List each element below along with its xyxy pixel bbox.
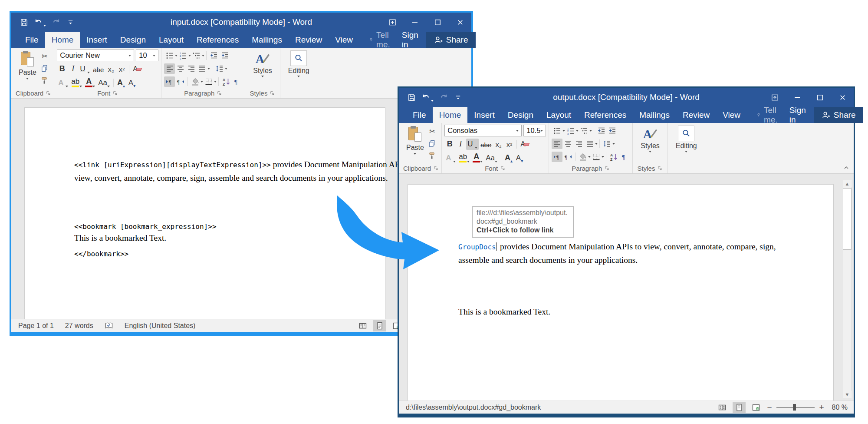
subscript-button[interactable]: X₂: [493, 139, 503, 150]
shrink-font-button[interactable]: A▾: [514, 152, 525, 164]
customize-qat-icon[interactable]: [454, 93, 462, 102]
styles-dialog-launcher-icon[interactable]: [270, 90, 275, 96]
print-layout-button[interactable]: [733, 402, 746, 413]
tab-home[interactable]: Home: [45, 32, 80, 48]
numbering-button[interactable]: 123: [565, 126, 576, 136]
editing-button[interactable]: Editing: [671, 125, 702, 164]
font-dialog-launcher-icon[interactable]: [112, 90, 118, 96]
text-effects-button[interactable]: A: [444, 152, 457, 164]
tell-me-box[interactable]: Tell me.: [365, 32, 397, 48]
format-painter-button[interactable]: [39, 76, 50, 85]
collapse-ribbon-icon[interactable]: [842, 164, 850, 171]
word-count[interactable]: 27 words: [65, 322, 93, 330]
bullets-button[interactable]: [164, 50, 175, 61]
sign-in-button[interactable]: Sign in: [784, 107, 811, 123]
font-dialog-launcher-icon[interactable]: [500, 166, 506, 171]
undo-dropdown-icon[interactable]: [43, 25, 46, 26]
save-icon[interactable]: [20, 18, 28, 26]
cut-button[interactable]: ✂: [39, 51, 50, 61]
sort-button[interactable]: AZ: [220, 76, 231, 87]
tab-home[interactable]: Home: [433, 107, 468, 123]
redo-icon[interactable]: [440, 93, 448, 102]
undo-dropdown-icon[interactable]: [431, 100, 434, 102]
rtl-paragraph-button[interactable]: ¶: [175, 76, 186, 87]
clear-formatting-button[interactable]: A: [519, 139, 530, 150]
tab-file[interactable]: File: [11, 32, 45, 48]
show-marks-button[interactable]: ¶: [231, 76, 242, 87]
tab-design[interactable]: Design: [114, 32, 152, 48]
highlight-button[interactable]: ab: [457, 152, 471, 164]
change-case-button[interactable]: Aa: [484, 152, 499, 164]
save-icon[interactable]: [408, 93, 416, 102]
ribbon-display-options-icon[interactable]: [771, 93, 779, 102]
bullets-button[interactable]: [552, 126, 562, 136]
tab-insert[interactable]: Insert: [80, 32, 114, 48]
font-size-combo[interactable]: 10: [136, 50, 158, 61]
undo-button[interactable]: [422, 93, 434, 102]
strikethrough-button[interactable]: abe: [479, 139, 493, 150]
align-center-button[interactable]: [175, 63, 186, 74]
cut-button[interactable]: ✂: [427, 126, 437, 136]
text-effects-button[interactable]: A: [57, 77, 69, 89]
minimize-button[interactable]: [786, 89, 809, 106]
ltr-paragraph-button[interactable]: ¶: [552, 152, 562, 162]
tab-file[interactable]: File: [399, 107, 433, 123]
tab-review[interactable]: Review: [676, 107, 716, 123]
zoom-in-button[interactable]: +: [819, 403, 825, 412]
language-indicator[interactable]: English (United States): [125, 322, 196, 330]
copy-button[interactable]: [39, 63, 50, 73]
increase-indent-button[interactable]: [219, 50, 230, 61]
clipboard-dialog-launcher-icon[interactable]: [433, 166, 439, 171]
styles-button[interactable]: A Styles: [248, 50, 277, 89]
tab-mailings[interactable]: Mailings: [245, 32, 289, 48]
tell-me-box[interactable]: Tell me.: [753, 107, 784, 123]
scroll-down-icon[interactable]: ▼: [843, 391, 852, 398]
customize-qat-icon[interactable]: [66, 18, 75, 26]
borders-button[interactable]: [591, 152, 602, 162]
line-spacing-button[interactable]: [602, 139, 612, 149]
decrease-indent-button[interactable]: [208, 50, 219, 61]
groupdocs-hyperlink[interactable]: GroupDocs: [458, 243, 496, 251]
zoom-slider[interactable]: [776, 407, 815, 408]
underline-button[interactable]: U: [79, 63, 91, 75]
show-marks-button[interactable]: ¶: [619, 152, 630, 162]
font-name-combo[interactable]: Courier New: [57, 50, 134, 61]
tab-design[interactable]: Design: [501, 107, 540, 123]
paragraph-dialog-launcher-icon[interactable]: [217, 90, 222, 96]
underline-button[interactable]: U: [466, 139, 479, 150]
tab-references[interactable]: References: [578, 107, 633, 123]
scroll-up-icon[interactable]: ▲: [843, 180, 852, 187]
italic-button[interactable]: I: [68, 63, 78, 75]
grow-font-button[interactable]: A▴: [503, 152, 514, 164]
zoom-out-button[interactable]: −: [766, 403, 773, 412]
align-right-button[interactable]: [186, 63, 197, 74]
sort-button[interactable]: AZ: [608, 152, 619, 162]
font-color-button[interactable]: A: [84, 77, 96, 89]
subscript-button[interactable]: X₂: [105, 63, 116, 75]
borders-button[interactable]: [203, 76, 214, 87]
line-spacing-button[interactable]: [214, 63, 225, 74]
shading-button[interactable]: [577, 152, 588, 162]
undo-button[interactable]: [34, 18, 46, 26]
close-button[interactable]: [831, 89, 854, 106]
multilevel-list-button[interactable]: [579, 126, 589, 136]
close-button[interactable]: [449, 13, 471, 31]
tab-view[interactable]: View: [329, 32, 359, 48]
shading-button[interactable]: [190, 76, 201, 87]
paste-button[interactable]: Paste: [16, 50, 39, 89]
paste-dropdown-icon[interactable]: [414, 153, 416, 155]
paste-dropdown-icon[interactable]: [26, 78, 29, 80]
redo-icon[interactable]: [52, 18, 60, 26]
tab-insert[interactable]: Insert: [467, 107, 501, 123]
align-center-button[interactable]: [562, 139, 573, 149]
read-mode-button[interactable]: [716, 402, 729, 413]
numbering-button[interactable]: 123: [178, 50, 188, 61]
justify-button[interactable]: [584, 139, 595, 149]
highlight-button[interactable]: ab: [70, 77, 83, 89]
editing-button[interactable]: Editing: [283, 50, 315, 89]
sign-in-button[interactable]: Sign in: [397, 32, 424, 48]
format-painter-button[interactable]: [427, 151, 437, 160]
share-button[interactable]: Share: [814, 107, 864, 123]
font-color-button[interactable]: A: [471, 152, 484, 164]
align-right-button[interactable]: [573, 139, 584, 149]
